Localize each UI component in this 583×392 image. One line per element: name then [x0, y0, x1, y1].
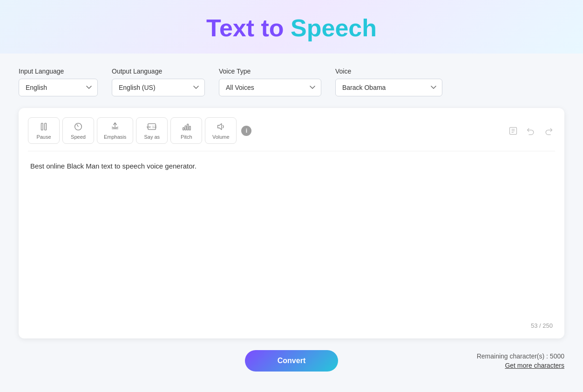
redo-button[interactable]	[542, 124, 555, 137]
emphasis-button[interactable]: Emphasis	[97, 117, 133, 144]
svg-rect-0	[41, 123, 43, 130]
convert-button[interactable]: Convert	[245, 350, 338, 372]
svg-marker-8	[218, 124, 222, 130]
pitch-label: Pitch	[181, 134, 192, 140]
title-part2: Speech	[291, 14, 377, 41]
undo-icon	[526, 126, 536, 135]
editor-card: Pause Speed Emph	[19, 108, 564, 338]
page-title: Text to Speech	[0, 14, 583, 42]
voice-label: Voice	[335, 68, 442, 75]
get-more-characters-link[interactable]: Get more characters	[477, 362, 564, 369]
svg-rect-6	[187, 124, 189, 130]
volume-button[interactable]: Volume	[205, 117, 237, 144]
char-count: 53 / 250	[28, 318, 555, 329]
main-content: Input Language English Spanish French Ou…	[0, 54, 583, 392]
toolbar: Pause Speed Emph	[28, 117, 555, 151]
voice-type-label: Voice Type	[219, 68, 321, 75]
svg-rect-7	[190, 126, 191, 130]
svg-rect-5	[185, 126, 187, 130]
pitch-icon	[181, 122, 191, 132]
pause-icon	[39, 122, 49, 132]
input-language-select[interactable]: English Spanish French	[19, 79, 98, 96]
volume-icon	[216, 122, 226, 132]
remaining-characters-label: Remaining character(s) : 5000	[477, 352, 564, 360]
pause-label: Pause	[36, 134, 51, 140]
text-input[interactable]: Best online Black Man text to speech voi…	[28, 154, 555, 317]
svg-rect-1	[45, 123, 47, 130]
say-as-icon: abc 123	[147, 122, 157, 132]
pause-button[interactable]: Pause	[28, 117, 60, 144]
speed-icon	[73, 122, 83, 132]
input-language-label: Input Language	[19, 68, 98, 75]
header: Text to Speech	[0, 0, 583, 54]
info-icon[interactable]: i	[241, 126, 251, 136]
pitch-button[interactable]: Pitch	[170, 117, 202, 144]
toolbar-right	[507, 124, 555, 137]
svg-text:abc 123: abc 123	[147, 125, 157, 129]
format-button[interactable]	[507, 124, 520, 137]
remaining-info: Remaining character(s) : 5000 Get more c…	[477, 352, 564, 369]
voice-type-group: Voice Type All Voices Male Female	[219, 68, 321, 96]
voice-group: Voice Barack Obama Morgan Freeman Defaul…	[335, 68, 442, 96]
speed-button[interactable]: Speed	[62, 117, 94, 144]
output-language-select[interactable]: English (US) English (UK) Spanish	[112, 79, 205, 96]
voice-type-select[interactable]: All Voices Male Female	[219, 79, 321, 96]
bottom-row: Convert Remaining character(s) : 5000 Ge…	[19, 350, 564, 372]
output-language-label: Output Language	[112, 68, 205, 75]
undo-button[interactable]	[524, 124, 537, 137]
format-icon	[508, 126, 518, 135]
say-as-label: Say as	[144, 134, 160, 140]
volume-label: Volume	[212, 134, 230, 140]
speed-label: Speed	[71, 134, 86, 140]
say-as-button[interactable]: abc 123 Say as	[136, 117, 168, 144]
text-area-container: Best online Black Man text to speech voi…	[28, 154, 555, 318]
title-part1: Text to	[206, 14, 284, 41]
voice-select[interactable]: Barack Obama Morgan Freeman Default	[335, 79, 442, 96]
emphasis-icon	[110, 122, 120, 132]
controls-row: Input Language English Spanish French Ou…	[19, 68, 564, 96]
output-language-group: Output Language English (US) English (UK…	[112, 68, 205, 96]
svg-rect-4	[183, 128, 184, 130]
emphasis-label: Emphasis	[104, 134, 126, 140]
redo-icon	[544, 126, 553, 135]
input-language-group: Input Language English Spanish French	[19, 68, 98, 96]
